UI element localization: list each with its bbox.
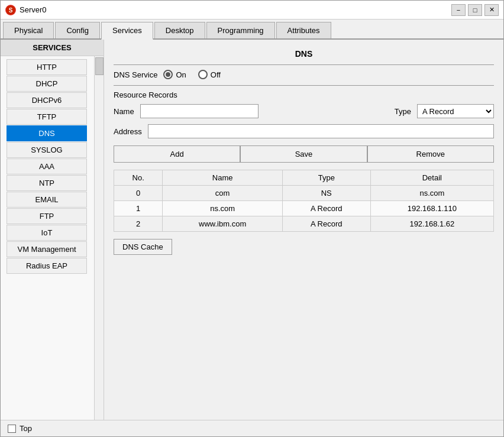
cell-no: 1 — [114, 201, 163, 216]
top-label: Top — [20, 424, 32, 433]
cell-name: com — [163, 186, 282, 201]
records-table: No. Name Type Detail 0comNSns.com1ns.com… — [114, 170, 494, 232]
close-button[interactable]: ✕ — [484, 4, 499, 16]
table-row[interactable]: 0comNSns.com — [114, 186, 494, 201]
radio-on-circle[interactable] — [163, 70, 173, 79]
top-checkbox-box[interactable] — [8, 425, 16, 433]
save-button[interactable]: Save — [240, 145, 367, 163]
sidebar-item-ftp[interactable]: FTP — [7, 208, 87, 224]
table-row[interactable]: 1ns.comA Record192.168.1.110 — [114, 201, 494, 216]
sidebar-item-syslog[interactable]: SYSLOG — [7, 142, 87, 158]
tabs-row: Physical Config Services Desktop Program… — [1, 20, 503, 40]
col-name: Name — [163, 170, 282, 186]
cell-detail: 192.168.1.110 — [370, 201, 493, 216]
radio-off-label: Off — [211, 70, 221, 79]
radio-on[interactable]: On — [163, 70, 186, 79]
dns-section-title: DNS — [114, 49, 494, 59]
radio-off[interactable]: Off — [198, 70, 221, 79]
main-content: SERVICES HTTP DHCP DHCPv6 TFTP DNS SYSLO… — [1, 40, 503, 420]
bottom-bar: Top — [1, 420, 503, 436]
sidebar-item-dhcp[interactable]: DHCP — [7, 76, 87, 92]
window-title: Server0 — [20, 5, 47, 14]
sidebar-item-radius-eap[interactable]: Radius EAP — [7, 258, 87, 274]
radio-off-circle[interactable] — [198, 70, 208, 79]
type-select[interactable]: A Record NS CNAME MX — [417, 104, 494, 118]
cell-detail: 192.168.1.62 — [370, 216, 493, 232]
tab-attributes[interactable]: Attributes — [276, 22, 331, 38]
sidebar-item-http[interactable]: HTTP — [7, 59, 87, 75]
sidebar-item-vm-management[interactable]: VM Management — [7, 241, 87, 257]
col-detail: Detail — [370, 170, 493, 186]
titlebar-controls: − □ ✕ — [451, 4, 499, 16]
cell-no: 0 — [114, 186, 163, 201]
tab-desktop[interactable]: Desktop — [154, 22, 205, 38]
tab-physical[interactable]: Physical — [3, 22, 54, 38]
tab-config[interactable]: Config — [55, 22, 100, 38]
tab-services[interactable]: Services — [101, 22, 153, 40]
table-row[interactable]: 2www.ibm.comA Record192.168.1.62 — [114, 216, 494, 232]
name-type-row: Name Type A Record NS CNAME MX — [114, 104, 494, 118]
svg-text:S: S — [9, 7, 13, 14]
sidebar-item-iot[interactable]: IoT — [7, 225, 87, 241]
name-label: Name — [114, 107, 134, 116]
add-button[interactable]: Add — [114, 145, 240, 163]
remove-button[interactable]: Remove — [367, 145, 494, 163]
cell-type: A Record — [282, 201, 370, 216]
content-area: DNS DNS Service On Off Resour — [104, 40, 503, 420]
col-no: No. — [114, 170, 163, 186]
address-label: Address — [114, 127, 142, 136]
sidebar-item-tftp[interactable]: TFTP — [7, 109, 87, 125]
sidebar-item-email[interactable]: EMAIL — [7, 192, 87, 208]
sidebar-item-dns[interactable]: DNS — [7, 125, 87, 141]
sidebar-scroll: HTTP DHCP DHCPv6 TFTP DNS SYSLOG AAA NTP… — [1, 56, 104, 420]
col-type: Type — [282, 170, 370, 186]
dns-cache-button[interactable]: DNS Cache — [114, 239, 172, 255]
sidebar-item-aaa[interactable]: AAA — [7, 158, 87, 174]
cell-type: NS — [282, 186, 370, 201]
sidebar-item-ntp[interactable]: NTP — [7, 175, 87, 191]
titlebar-left: S Server0 — [5, 5, 47, 15]
tab-programming[interactable]: Programming — [206, 22, 275, 38]
address-row: Address — [114, 124, 494, 138]
action-buttons: Add Save Remove — [114, 145, 494, 163]
sidebar-scrollbar[interactable] — [94, 56, 104, 420]
name-input[interactable] — [140, 104, 259, 118]
top-checkbox[interactable]: Top — [8, 424, 32, 433]
sidebar-header: SERVICES — [1, 40, 104, 56]
cell-name: www.ibm.com — [163, 216, 282, 232]
dns-service-row: DNS Service On Off — [114, 70, 494, 79]
radio-on-label: On — [176, 70, 186, 79]
minimize-button[interactable]: − — [451, 4, 466, 16]
cell-no: 2 — [114, 216, 163, 232]
app-icon: S — [5, 5, 16, 15]
sidebar-item-dhcpv6[interactable]: DHCPv6 — [7, 92, 87, 108]
sidebar: SERVICES HTTP DHCP DHCPv6 TFTP DNS SYSLO… — [1, 40, 104, 420]
cell-detail: ns.com — [370, 186, 493, 201]
resource-records-label: Resource Records — [114, 90, 494, 99]
mid-divider — [114, 85, 494, 86]
address-input[interactable] — [148, 124, 494, 138]
dns-service-label: DNS Service — [114, 70, 157, 79]
top-divider — [114, 64, 494, 65]
cell-type: A Record — [282, 216, 370, 232]
type-label: Type — [395, 107, 411, 116]
cell-name: ns.com — [163, 201, 282, 216]
main-window: S Server0 − □ ✕ Physical Config Services… — [0, 0, 504, 437]
radio-group: On Off — [163, 70, 220, 79]
titlebar: S Server0 − □ ✕ — [1, 1, 503, 20]
maximize-button[interactable]: □ — [468, 4, 482, 16]
